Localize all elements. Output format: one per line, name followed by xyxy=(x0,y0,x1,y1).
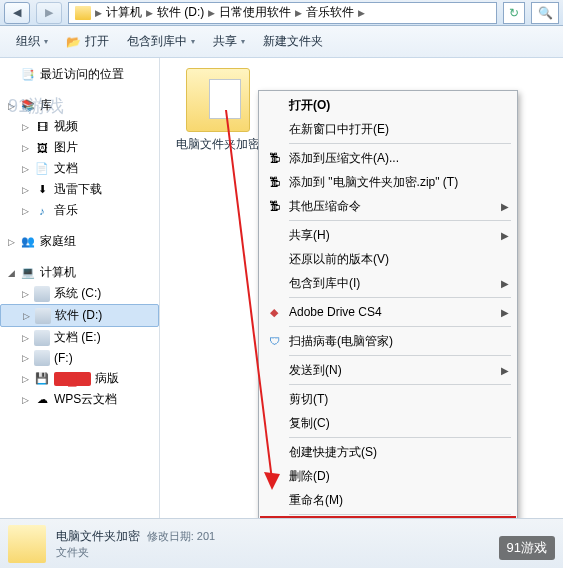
ctx-rename[interactable]: 重命名(M) xyxy=(261,488,515,512)
sidebar-documents[interactable]: ▷📄文档 xyxy=(0,158,159,179)
shield-icon: 🛡 xyxy=(265,332,283,350)
submenu-arrow-icon: ▶ xyxy=(501,278,509,289)
submenu-arrow-icon: ▶ xyxy=(501,365,509,376)
sidebar-wps[interactable]: ▷☁WPS云文档 xyxy=(0,389,159,410)
sidebar-removable[interactable]: ▷💾█病版 xyxy=(0,368,159,389)
nav-back-button[interactable]: ◀ xyxy=(4,2,30,24)
navigation-pane: 📑最近访问的位置 ▷📚库 ▷🎞视频 ▷🖼图片 ▷📄文档 ▷⬇迅雷下载 ▷♪音乐 … xyxy=(0,58,160,518)
breadcrumb[interactable]: 音乐软件 xyxy=(302,4,358,21)
context-menu: 打开(O) 在新窗口中打开(E) 🗜添加到压缩文件(A)... 🗜添加到 "电脑… xyxy=(258,90,518,544)
sidebar-drive-c[interactable]: ▷系统 (C:) xyxy=(0,283,159,304)
address-bar[interactable]: ▶ 计算机 ▶ 软件 (D:) ▶ 日常使用软件 ▶ 音乐软件 ▶ xyxy=(68,2,497,24)
ctx-share[interactable]: 共享(H)▶ xyxy=(261,223,515,247)
archive-icon: 🗜 xyxy=(265,197,283,215)
ctx-open[interactable]: 打开(O) xyxy=(261,93,515,117)
submenu-arrow-icon: ▶ xyxy=(501,201,509,212)
sidebar-video[interactable]: ▷🎞视频 xyxy=(0,116,159,137)
sidebar-music[interactable]: ▷♪音乐 xyxy=(0,200,159,221)
ctx-shortcut[interactable]: 创建快捷方式(S) xyxy=(261,440,515,464)
share-menu[interactable]: 共享▾ xyxy=(205,29,253,54)
ctx-add-zip[interactable]: 🗜添加到 "电脑文件夹加密.zip" (T) xyxy=(261,170,515,194)
folder-label: 电脑文件夹加密 xyxy=(170,136,266,153)
include-menu[interactable]: 包含到库中▾ xyxy=(119,29,203,54)
ctx-other-compress[interactable]: 🗜其他压缩命令▶ xyxy=(261,194,515,218)
organize-menu[interactable]: 组织▾ xyxy=(8,29,56,54)
status-type: 文件夹 xyxy=(56,545,215,560)
ctx-scan[interactable]: 🛡扫描病毒(电脑管家) xyxy=(261,329,515,353)
titlebar: ◀ ▶ ▶ 计算机 ▶ 软件 (D:) ▶ 日常使用软件 ▶ 音乐软件 ▶ ↻ … xyxy=(0,0,563,26)
newfolder-button[interactable]: 新建文件夹 xyxy=(255,29,331,54)
folder-icon xyxy=(75,6,91,20)
ctx-adobe[interactable]: ◆Adobe Drive CS4▶ xyxy=(261,300,515,324)
sidebar-homegroup[interactable]: ▷👥家庭组 xyxy=(0,231,159,252)
sidebar-recent[interactable]: 📑最近访问的位置 xyxy=(0,64,159,85)
sidebar-computer[interactable]: ◢💻计算机 xyxy=(0,262,159,283)
sidebar-xunlei[interactable]: ▷⬇迅雷下载 xyxy=(0,179,159,200)
ctx-open-new[interactable]: 在新窗口中打开(E) xyxy=(261,117,515,141)
archive-icon: 🗜 xyxy=(265,173,283,191)
folder-icon xyxy=(8,525,46,563)
adobe-icon: ◆ xyxy=(265,303,283,321)
statusbar: 电脑文件夹加密 修改日期: 201 文件夹 xyxy=(0,518,563,568)
submenu-arrow-icon: ▶ xyxy=(501,230,509,241)
archive-icon: 🗜 xyxy=(265,149,283,167)
sidebar-pictures[interactable]: ▷🖼图片 xyxy=(0,137,159,158)
watermark: 91游戏 xyxy=(499,536,555,560)
ctx-add-archive[interactable]: 🗜添加到压缩文件(A)... xyxy=(261,146,515,170)
folder-icon xyxy=(186,68,250,132)
sidebar-drive-f[interactable]: ▷(F:) xyxy=(0,348,159,368)
ctx-restore[interactable]: 还原以前的版本(V) xyxy=(261,247,515,271)
breadcrumb[interactable]: 日常使用软件 xyxy=(215,4,295,21)
ctx-include[interactable]: 包含到库中(I)▶ xyxy=(261,271,515,295)
status-filename: 电脑文件夹加密 xyxy=(56,529,140,543)
ctx-delete[interactable]: 删除(D) xyxy=(261,464,515,488)
ctx-sendto[interactable]: 发送到(N)▶ xyxy=(261,358,515,382)
breadcrumb[interactable]: 计算机 xyxy=(102,4,146,21)
watermark: 91游戏 xyxy=(8,94,64,118)
status-moddate: 修改日期: 201 xyxy=(147,530,215,542)
open-button[interactable]: 📂打开 xyxy=(58,29,117,54)
breadcrumb[interactable]: 软件 (D:) xyxy=(153,4,208,21)
refresh-button[interactable]: ↻ xyxy=(503,2,525,24)
ctx-cut[interactable]: 剪切(T) xyxy=(261,387,515,411)
folder-item[interactable]: 电脑文件夹加密 xyxy=(170,68,266,153)
sidebar-drive-e[interactable]: ▷文档 (E:) xyxy=(0,327,159,348)
ctx-copy[interactable]: 复制(C) xyxy=(261,411,515,435)
sidebar-drive-d[interactable]: ▷软件 (D:) xyxy=(0,304,159,327)
toolbar: 组织▾ 📂打开 包含到库中▾ 共享▾ 新建文件夹 xyxy=(0,26,563,58)
submenu-arrow-icon: ▶ xyxy=(501,307,509,318)
search-box[interactable]: 🔍 xyxy=(531,2,559,24)
nav-fwd-button[interactable]: ▶ xyxy=(36,2,62,24)
